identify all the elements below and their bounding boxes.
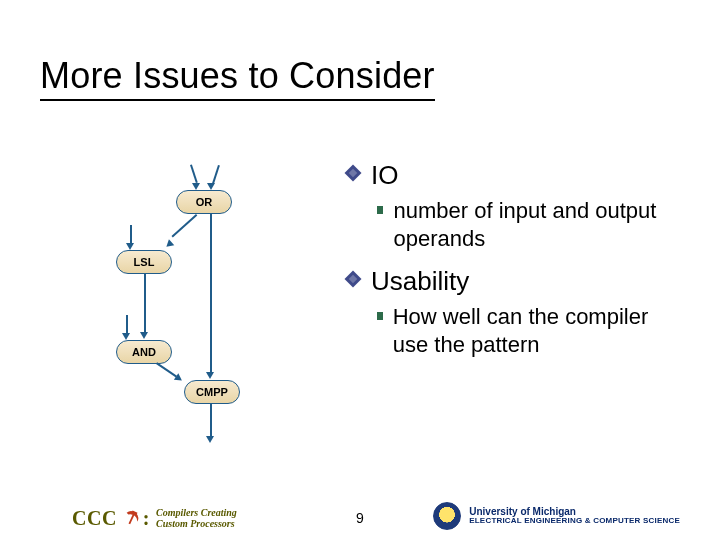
sub-bullet-io: number of input and output operands	[377, 197, 685, 252]
bullet-io-label: IO	[371, 160, 398, 191]
node-label: AND	[132, 346, 156, 358]
umich-seal-icon	[433, 502, 461, 530]
slide-title: More Issues to Consider	[40, 55, 435, 101]
graph-diagram: OR LSL AND CMPP	[90, 165, 340, 455]
arrow-head-icon	[122, 333, 130, 340]
edge	[126, 315, 128, 335]
edge	[171, 214, 197, 237]
arrow-head-icon	[140, 332, 148, 339]
arrow-head-icon	[206, 436, 214, 443]
edge	[144, 274, 146, 334]
arrow-head-icon	[207, 183, 215, 190]
square-bullet-icon	[377, 312, 383, 320]
umich-line2: ELECTRICAL ENGINEERING & COMPUTER SCIENC…	[469, 517, 680, 526]
edge	[210, 214, 212, 374]
node-lsl: LSL	[116, 250, 172, 274]
node-or: OR	[176, 190, 232, 214]
tagline-line2: Custom Processors	[156, 518, 235, 529]
logo-cccp: CCC : Compilers Creating Custom Processo…	[72, 507, 237, 530]
node-label: OR	[196, 196, 213, 208]
arrow-head-icon	[164, 239, 175, 250]
node-label: CMPP	[196, 386, 228, 398]
page-number: 9	[356, 510, 364, 526]
tagline-line1: Compilers Creating	[156, 507, 237, 518]
content-area: IO number of input and output operands U…	[345, 160, 685, 372]
arrow-head-icon	[206, 372, 214, 379]
edge	[212, 165, 219, 184]
edge	[210, 404, 212, 438]
sub-bullet-usability: How well can the compiler use the patter…	[377, 303, 685, 358]
slide: More Issues to Consider OR LSL AND CMPP	[0, 0, 720, 540]
bullet-io: IO	[345, 160, 685, 191]
sub-bullet-io-text: number of input and output operands	[393, 197, 685, 252]
node-and: AND	[116, 340, 172, 364]
node-cmpp: CMPP	[184, 380, 240, 404]
diamond-bullet-icon	[345, 160, 361, 179]
bullet-usability: Usability	[345, 266, 685, 297]
edge	[156, 363, 177, 378]
square-bullet-icon	[377, 206, 383, 214]
edge	[190, 165, 197, 184]
logo-cccp-tagline: Compilers Creating Custom Processors	[156, 508, 237, 529]
umich-text: University of Michigan ELECTRICAL ENGINE…	[469, 506, 680, 526]
node-label: LSL	[134, 256, 155, 268]
logo-cccp-colon: :	[143, 507, 150, 530]
footer: CCC : Compilers Creating Custom Processo…	[0, 492, 720, 532]
logo-umich: University of Michigan ELECTRICAL ENGINE…	[433, 502, 680, 530]
diamond-bullet-icon	[345, 266, 361, 285]
hammer-sickle-icon	[123, 510, 141, 528]
edge	[130, 225, 132, 245]
arrow-head-icon	[126, 243, 134, 250]
logo-cccp-text: CCC	[72, 507, 117, 530]
arrow-head-icon	[192, 183, 200, 190]
sub-bullet-usability-text: How well can the compiler use the patter…	[393, 303, 685, 358]
bullet-usability-label: Usability	[371, 266, 469, 297]
